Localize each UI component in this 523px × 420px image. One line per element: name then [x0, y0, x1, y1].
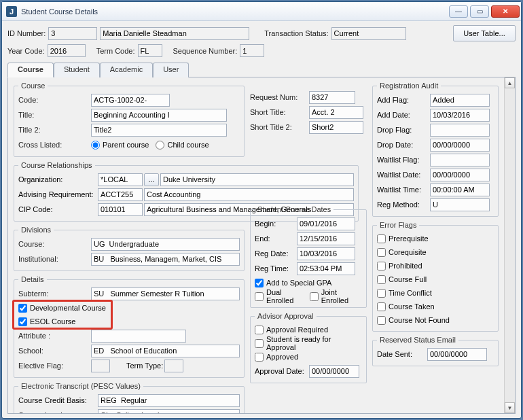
req-label: Request Num: — [250, 93, 308, 101]
student-dates-legend: Student Course Dates — [255, 205, 333, 213]
esol-course-checkbox[interactable]: ESOL Course — [18, 315, 240, 328]
err-time-checkbox[interactable]: Time Conflict — [377, 286, 494, 300]
regd-field[interactable] — [297, 247, 355, 260]
name-field[interactable] — [100, 27, 249, 40]
elect-field[interactable] — [91, 360, 110, 372]
term-field[interactable] — [138, 44, 162, 57]
school-field[interactable] — [91, 345, 240, 357]
tab-academic[interactable]: Academic — [100, 63, 153, 77]
parent-radio[interactable]: Parent course — [91, 138, 149, 152]
tab-student[interactable]: Student — [54, 63, 100, 77]
adv-label: Advising Requirement: — [18, 190, 96, 198]
basis-field[interactable] — [98, 394, 240, 407]
titlebar: J Student Course Details — ▭ ✕ — [2, 2, 521, 21]
wlflag-label: Waitlist Flag: — [377, 156, 429, 164]
adv-approved-checkbox[interactable]: Approved — [255, 350, 362, 364]
subterm-field[interactable] — [91, 287, 240, 300]
year-field[interactable] — [48, 44, 86, 57]
err-proh-checkbox[interactable]: Prohibited — [377, 259, 494, 273]
adv-date-field[interactable] — [309, 365, 359, 378]
errorflags-legend: Error Flags — [377, 221, 419, 229]
code-label: Code: — [18, 96, 90, 104]
org-label: Organization: — [18, 175, 96, 183]
err-coreq-checkbox[interactable]: Corequisite — [377, 245, 494, 259]
termtype-label: Term Type: — [126, 362, 163, 370]
addflag-field[interactable] — [430, 94, 490, 107]
term-label: Term Code: — [96, 47, 135, 55]
window-title: Student Course Details — [21, 7, 447, 16]
div-course-field[interactable] — [91, 238, 240, 251]
org-code-field[interactable] — [98, 173, 143, 186]
minimize-button[interactable]: — — [449, 5, 468, 18]
course-legend: Course — [18, 82, 48, 90]
tab-user[interactable]: User — [153, 63, 189, 77]
resv-date-field[interactable] — [427, 348, 487, 361]
dropdate-field[interactable] — [430, 139, 490, 152]
termtype-field[interactable] — [164, 360, 183, 372]
student-dates-group: Student Course Dates Begin: End: Reg Dat… — [250, 205, 367, 308]
maximize-button[interactable]: ▭ — [470, 5, 489, 18]
err-prereq-checkbox[interactable]: Prerequisite — [377, 232, 494, 245]
dropflag-field[interactable] — [430, 124, 490, 137]
org-browse-button[interactable]: ... — [144, 173, 159, 186]
regt-field[interactable] — [297, 262, 355, 275]
scroll-down-icon[interactable]: ▼ — [505, 402, 515, 413]
subterm-label: Subterm: — [18, 290, 90, 298]
tab-body: ▲ ▼ Course Code: — [7, 77, 516, 414]
regm-label: Reg Method: — [377, 200, 429, 209]
dual-checkbox[interactable]: Dual Enrolled — [255, 290, 307, 303]
adv-code-field[interactable] — [98, 188, 143, 201]
begin-field[interactable] — [297, 217, 355, 230]
seq-field[interactable] — [240, 44, 264, 57]
scroll-up-icon[interactable]: ▲ — [505, 77, 515, 88]
divisions-group: Divisions Course: Institutional: — [14, 226, 245, 271]
user-table-button[interactable]: User Table... — [453, 25, 516, 41]
wlflag-field[interactable] — [430, 154, 490, 167]
reserved-group: Reserved Status Email Date Sent: — [372, 336, 499, 366]
err-notfound-checkbox[interactable]: Course Not Found — [377, 313, 494, 327]
end-field[interactable] — [297, 232, 355, 245]
attr-field[interactable] — [91, 330, 186, 343]
wldate-label: Waitlist Date: — [377, 171, 429, 179]
dev-course-checkbox[interactable]: Developmental Course — [18, 301, 240, 315]
title2-field[interactable] — [91, 124, 227, 137]
adddate-field[interactable] — [430, 109, 490, 122]
wldate-field[interactable] — [430, 169, 490, 181]
req-field[interactable] — [309, 91, 355, 104]
tab-course[interactable]: Course — [7, 63, 54, 77]
id-label: ID Number: — [7, 29, 46, 37]
level-field[interactable] — [98, 409, 240, 415]
window: J Student Course Details — ▭ ✕ ID Number… — [1, 1, 522, 419]
scrollbar[interactable]: ▲ ▼ — [504, 77, 515, 413]
end-label: End: — [255, 234, 295, 243]
err-taken-checkbox[interactable]: Course Taken — [377, 300, 494, 313]
audit-group: Registration Audit Add Flag: Add Date: D… — [372, 82, 499, 217]
div-inst-field[interactable] — [91, 253, 240, 266]
addflag-label: Add Flag: — [377, 96, 429, 104]
child-radio[interactable]: Child course — [156, 138, 209, 152]
advisor-legend: Advisor Approval — [255, 312, 317, 320]
short-field[interactable] — [309, 106, 363, 119]
code-field[interactable] — [91, 94, 170, 107]
regm-field[interactable] — [430, 198, 490, 211]
adv-ready-checkbox[interactable]: Student is ready for Approval — [255, 336, 362, 350]
err-full-checkbox[interactable]: Course Full — [377, 273, 494, 286]
level-label: Course Level: — [18, 411, 96, 414]
audit-legend: Registration Audit — [377, 82, 441, 90]
adv-req-checkbox[interactable]: Approval Required — [255, 323, 362, 336]
adv-date-label: Approval Date: — [255, 367, 308, 375]
cip-code-field[interactable] — [98, 203, 143, 216]
id-field[interactable] — [48, 27, 97, 40]
wltime-label: Waitlist Time: — [377, 186, 429, 194]
addgpa-checkbox[interactable]: Add to Special GPA — [255, 276, 362, 290]
close-button[interactable]: ✕ — [491, 5, 520, 18]
short-label: Short Title: — [250, 108, 308, 116]
wltime-field[interactable] — [430, 183, 490, 196]
dropflag-label: Drop Flag: — [377, 126, 429, 134]
divisions-legend: Divisions — [18, 226, 54, 234]
tabstrip: Course Student Academic User — [7, 63, 516, 77]
title-field[interactable] — [91, 109, 227, 122]
tx-field[interactable] — [331, 27, 406, 40]
joint-checkbox[interactable]: Joint Enrolled — [310, 290, 362, 303]
short2-field[interactable] — [309, 121, 363, 134]
